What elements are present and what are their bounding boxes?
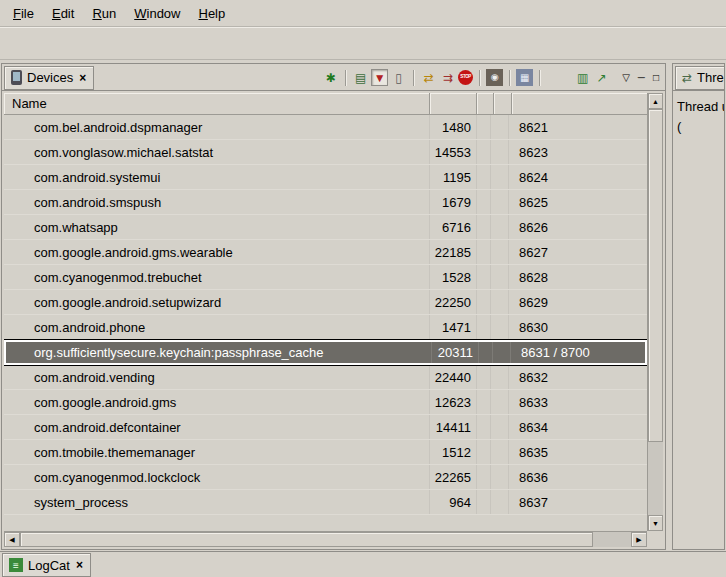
threads-message-line2: ( [677,117,720,137]
horizontal-scrollbar-thumb[interactable] [20,532,593,547]
toolbar-separator [479,70,480,86]
spacer-cell [491,140,509,164]
spacer-cell [491,115,509,139]
process-row[interactable]: com.cyanogenmod.trebuchet15288628 [4,265,647,290]
process-row[interactable]: com.android.systemui11958624 [4,165,647,190]
debug-process-icon[interactable]: ✱ [322,69,339,86]
process-pid: 1480 [430,115,477,139]
threads-icon: ⇄ [682,71,692,85]
update-threads-icon[interactable]: ⇄ [420,69,437,86]
gc-trash-icon[interactable]: ▯ [390,69,407,86]
update-heap-icon[interactable]: ▤ [352,69,369,86]
process-pid: 22185 [430,240,477,264]
process-row[interactable]: com.vonglasow.michael.satstat145538623 [4,140,647,165]
process-row[interactable]: com.android.phone14718630 [4,315,647,340]
vertical-scrollbar[interactable]: ▲ ▼ [647,93,663,531]
spacer-cell [477,490,491,514]
process-row[interactable]: com.google.android.gms.wearable221858627 [4,240,647,265]
process-port: 8624 [509,165,647,189]
spacer-cell [491,490,509,514]
spacer-cell [477,290,491,314]
spacer-cell [477,115,491,139]
process-pid: 1512 [430,440,477,464]
spacer-cell [477,265,491,289]
menu-file[interactable]: File [4,2,43,25]
process-name: com.google.android.gms [4,390,430,414]
threads-panel: ⇄ Threa × Thread up ( [672,63,725,550]
dump-hprof-icon[interactable]: ▼ [371,69,388,86]
network-stats-icon[interactable]: ↗ [593,69,610,86]
menu-window[interactable]: Window [125,2,189,25]
maximize-button[interactable]: □ [653,72,659,83]
vertical-scrollbar-track[interactable] [648,442,663,515]
column-header-pid[interactable] [430,93,477,115]
toolbar-gap [546,77,572,78]
process-row[interactable]: org.sufficientlysecure.keychain:passphra… [4,340,647,365]
sysinfo-icon[interactable]: ▥ [574,69,591,86]
process-name: com.android.systemui [4,165,430,189]
menu-edit[interactable]: Edit [43,2,83,25]
method-profiling-icon[interactable]: ⇉ [439,69,456,86]
process-port: 8635 [509,440,647,464]
minimize-button[interactable]: ─ [638,72,645,83]
process-port: 8630 [509,315,647,339]
process-row[interactable]: com.android.smspush16798625 [4,190,647,215]
scroll-up-button[interactable]: ▲ [648,93,663,109]
view-menu-button[interactable]: ▽ [622,72,630,83]
stop-process-icon[interactable]: STOP [458,70,473,85]
spacer-cell [491,440,509,464]
tab-threads[interactable]: ⇄ Threa × [675,66,725,90]
tab-devices[interactable]: Devices × [4,66,94,90]
process-pid: 22265 [430,465,477,489]
process-row[interactable]: com.android.defcontainer144118634 [4,415,647,440]
threads-message-line1: Thread up [677,97,720,117]
process-row[interactable]: com.android.vending224408632 [4,365,647,390]
toolbar-separator [509,70,510,86]
bottom-tab-bar: ≡ LogCat × [0,551,726,577]
close-icon[interactable]: × [78,71,87,85]
process-row[interactable]: com.cyanogenmod.lockclock222658636 [4,465,647,490]
process-name: com.whatsapp [4,215,430,239]
menu-help[interactable]: Help [189,2,234,25]
process-name: com.bel.android.dspmanager [4,115,430,139]
column-header-spacer[interactable] [477,93,494,115]
process-pid: 14411 [430,415,477,439]
tab-logcat[interactable]: ≡ LogCat × [2,553,91,577]
column-header-name[interactable]: Name [4,93,430,115]
process-port: 8628 [509,265,647,289]
menubar: FileEditRunWindowHelp [0,0,726,27]
process-row[interactable]: system_process9648637 [4,490,647,515]
spacer-cell [491,315,509,339]
frame-capture-icon[interactable]: ▦ [516,69,533,86]
column-header-port[interactable] [512,93,647,115]
vertical-scrollbar-thumb[interactable] [648,109,663,442]
process-port: 8632 [509,365,647,389]
logcat-icon: ≡ [9,558,23,572]
scroll-right-button[interactable]: ▶ [631,532,647,547]
process-table: Name com.bel.android.dspmanager14808621c… [4,93,663,547]
threads-message: Thread up ( [673,91,724,142]
process-row[interactable]: com.bel.android.dspmanager14808621 [4,115,647,140]
scroll-left-button[interactable]: ◀ [4,532,20,547]
scroll-down-button[interactable]: ▼ [648,515,663,531]
close-icon[interactable]: × [75,558,84,572]
spacer-cell [491,165,509,189]
process-row[interactable]: com.whatsapp67168626 [4,215,647,240]
horizontal-scrollbar-track[interactable] [593,532,631,547]
column-header-spacer[interactable] [494,93,512,115]
process-pid: 1528 [430,265,477,289]
process-row[interactable]: com.google.android.gms126238633 [4,390,647,415]
process-port: 8627 [509,240,647,264]
process-pid: 1679 [430,190,477,214]
screen-capture-icon[interactable]: ◉ [486,69,503,86]
process-row[interactable]: com.tmobile.thememanager15128635 [4,440,647,465]
process-name: com.tmobile.thememanager [4,440,430,464]
process-row[interactable]: com.google.android.setupwizard222508629 [4,290,647,315]
process-port: 8636 [509,465,647,489]
horizontal-scrollbar[interactable]: ◀ ▶ [4,531,647,547]
process-port: 8623 [509,140,647,164]
spacer-cell [491,290,509,314]
menu-run[interactable]: Run [83,2,125,25]
process-port: 8629 [509,290,647,314]
process-name: com.android.phone [4,315,430,339]
